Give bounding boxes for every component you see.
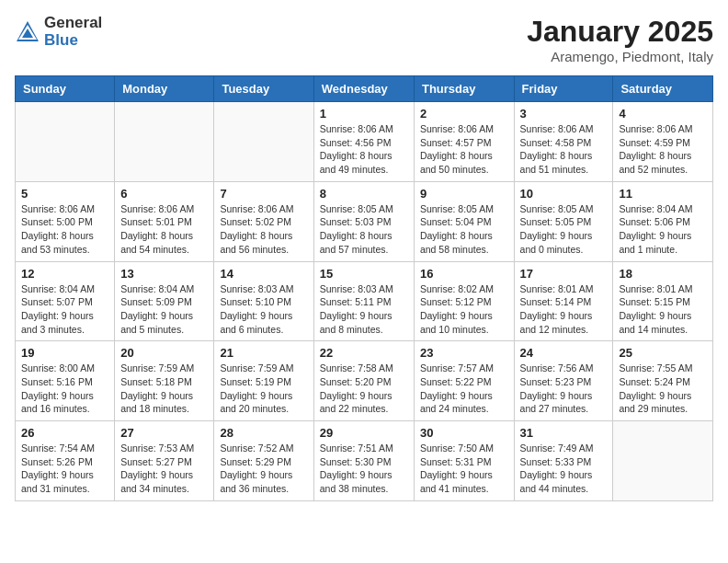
day-info: Sunrise: 8:03 AM Sunset: 5:11 PM Dayligh… [320, 282, 408, 337]
calendar-cell: 22Sunrise: 7:58 AM Sunset: 5:20 PM Dayli… [313, 341, 414, 421]
day-info: Sunrise: 7:59 AM Sunset: 5:19 PM Dayligh… [220, 362, 307, 416]
calendar-cell: 11Sunrise: 8:04 AM Sunset: 5:06 PM Dayli… [613, 181, 713, 261]
weekday-header-tuesday: Tuesday [214, 76, 313, 102]
day-number: 18 [619, 267, 707, 281]
day-number: 22 [320, 346, 408, 360]
calendar-week-row: 26Sunrise: 7:54 AM Sunset: 5:26 PM Dayli… [16, 421, 713, 501]
day-number: 8 [320, 187, 408, 201]
day-number: 17 [520, 267, 608, 281]
calendar-cell: 28Sunrise: 7:52 AM Sunset: 5:29 PM Dayli… [214, 421, 313, 501]
logo-icon [15, 19, 40, 45]
day-info: Sunrise: 8:06 AM Sunset: 5:02 PM Dayligh… [220, 202, 307, 257]
day-info: Sunrise: 7:51 AM Sunset: 5:30 PM Dayligh… [320, 442, 408, 496]
calendar-cell: 30Sunrise: 7:50 AM Sunset: 5:31 PM Dayli… [414, 421, 514, 501]
day-number: 21 [220, 346, 307, 360]
weekday-header-thursday: Thursday [414, 76, 514, 102]
day-info: Sunrise: 8:00 AM Sunset: 5:16 PM Dayligh… [21, 362, 108, 416]
calendar-cell: 19Sunrise: 8:00 AM Sunset: 5:16 PM Dayli… [16, 341, 115, 421]
day-number: 20 [120, 346, 208, 360]
weekday-header-sunday: Sunday [16, 76, 115, 102]
day-info: Sunrise: 7:50 AM Sunset: 5:31 PM Dayligh… [420, 442, 508, 496]
day-info: Sunrise: 7:59 AM Sunset: 5:18 PM Dayligh… [120, 362, 208, 416]
day-info: Sunrise: 7:58 AM Sunset: 5:20 PM Dayligh… [320, 362, 408, 416]
weekday-header-row: SundayMondayTuesdayWednesdayThursdayFrid… [16, 76, 713, 102]
calendar-week-row: 19Sunrise: 8:00 AM Sunset: 5:16 PM Dayli… [16, 341, 713, 421]
calendar-cell: 27Sunrise: 7:53 AM Sunset: 5:27 PM Dayli… [115, 421, 214, 501]
day-number: 13 [120, 267, 208, 281]
day-info: Sunrise: 7:53 AM Sunset: 5:27 PM Dayligh… [120, 442, 208, 496]
calendar-cell: 24Sunrise: 7:56 AM Sunset: 5:23 PM Dayli… [514, 341, 613, 421]
calendar-cell: 6Sunrise: 8:06 AM Sunset: 5:01 PM Daylig… [115, 181, 214, 261]
calendar-cell: 20Sunrise: 7:59 AM Sunset: 5:18 PM Dayli… [115, 341, 214, 421]
weekday-header-saturday: Saturday [613, 76, 713, 102]
day-number: 9 [420, 187, 508, 201]
day-number: 4 [619, 107, 707, 121]
calendar-cell: 13Sunrise: 8:04 AM Sunset: 5:09 PM Dayli… [115, 261, 214, 341]
day-number: 27 [120, 426, 208, 440]
page-header: General Blue January 2025 Aramengo, Pied… [15, 15, 713, 64]
day-number: 25 [619, 346, 707, 360]
calendar-cell: 14Sunrise: 8:03 AM Sunset: 5:10 PM Dayli… [214, 261, 313, 341]
calendar-cell [115, 102, 214, 182]
calendar-cell: 31Sunrise: 7:49 AM Sunset: 5:33 PM Dayli… [514, 421, 613, 501]
logo-general: General [44, 14, 102, 31]
weekday-header-wednesday: Wednesday [313, 76, 414, 102]
day-number: 16 [420, 267, 508, 281]
day-number: 11 [619, 187, 707, 201]
day-number: 1 [320, 107, 408, 121]
calendar-cell: 26Sunrise: 7:54 AM Sunset: 5:26 PM Dayli… [16, 421, 115, 501]
day-number: 19 [21, 346, 108, 360]
calendar-cell [16, 102, 115, 182]
day-number: 2 [420, 107, 508, 121]
day-info: Sunrise: 7:54 AM Sunset: 5:26 PM Dayligh… [21, 442, 108, 496]
day-info: Sunrise: 8:05 AM Sunset: 5:05 PM Dayligh… [520, 202, 608, 257]
day-info: Sunrise: 8:06 AM Sunset: 4:59 PM Dayligh… [619, 122, 707, 177]
calendar-cell: 21Sunrise: 7:59 AM Sunset: 5:19 PM Dayli… [214, 341, 313, 421]
logo: General Blue [15, 15, 102, 49]
calendar-week-row: 12Sunrise: 8:04 AM Sunset: 5:07 PM Dayli… [16, 261, 713, 341]
calendar-cell: 4Sunrise: 8:06 AM Sunset: 4:59 PM Daylig… [613, 102, 713, 182]
calendar-cell: 9Sunrise: 8:05 AM Sunset: 5:04 PM Daylig… [414, 181, 514, 261]
calendar-cell: 2Sunrise: 8:06 AM Sunset: 4:57 PM Daylig… [414, 102, 514, 182]
calendar-subtitle: Aramengo, Piedmont, Italy [527, 49, 713, 64]
calendar-cell: 5Sunrise: 8:06 AM Sunset: 5:00 PM Daylig… [16, 181, 115, 261]
day-info: Sunrise: 8:04 AM Sunset: 5:07 PM Dayligh… [21, 282, 108, 337]
day-number: 6 [120, 187, 208, 201]
day-number: 26 [21, 426, 108, 440]
calendar-cell: 23Sunrise: 7:57 AM Sunset: 5:22 PM Dayli… [414, 341, 514, 421]
day-info: Sunrise: 8:01 AM Sunset: 5:14 PM Dayligh… [520, 282, 608, 337]
day-info: Sunrise: 8:05 AM Sunset: 5:03 PM Dayligh… [320, 202, 408, 257]
day-number: 5 [21, 187, 108, 201]
weekday-header-friday: Friday [514, 76, 613, 102]
calendar-title: January 2025 [527, 15, 713, 49]
calendar-cell: 7Sunrise: 8:06 AM Sunset: 5:02 PM Daylig… [214, 181, 313, 261]
logo-blue: Blue [44, 31, 78, 49]
day-number: 31 [520, 426, 608, 440]
day-info: Sunrise: 8:01 AM Sunset: 5:15 PM Dayligh… [619, 282, 707, 337]
day-number: 14 [220, 267, 307, 281]
day-number: 7 [220, 187, 307, 201]
calendar-cell: 12Sunrise: 8:04 AM Sunset: 5:07 PM Dayli… [16, 261, 115, 341]
day-number: 24 [520, 346, 608, 360]
day-info: Sunrise: 8:06 AM Sunset: 4:58 PM Dayligh… [520, 122, 608, 177]
day-info: Sunrise: 8:05 AM Sunset: 5:04 PM Dayligh… [420, 202, 508, 257]
day-number: 12 [21, 267, 108, 281]
day-info: Sunrise: 7:56 AM Sunset: 5:23 PM Dayligh… [520, 362, 608, 416]
day-info: Sunrise: 8:06 AM Sunset: 4:56 PM Dayligh… [320, 122, 408, 177]
day-info: Sunrise: 8:03 AM Sunset: 5:10 PM Dayligh… [220, 282, 307, 337]
calendar-cell [613, 421, 713, 501]
calendar-cell: 17Sunrise: 8:01 AM Sunset: 5:14 PM Dayli… [514, 261, 613, 341]
calendar-cell: 25Sunrise: 7:55 AM Sunset: 5:24 PM Dayli… [613, 341, 713, 421]
day-number: 3 [520, 107, 608, 121]
calendar-cell: 1Sunrise: 8:06 AM Sunset: 4:56 PM Daylig… [313, 102, 414, 182]
day-info: Sunrise: 8:06 AM Sunset: 5:01 PM Dayligh… [120, 202, 208, 257]
calendar-cell: 16Sunrise: 8:02 AM Sunset: 5:12 PM Dayli… [414, 261, 514, 341]
calendar-cell: 10Sunrise: 8:05 AM Sunset: 5:05 PM Dayli… [514, 181, 613, 261]
day-info: Sunrise: 8:06 AM Sunset: 4:57 PM Dayligh… [420, 122, 508, 177]
day-info: Sunrise: 8:02 AM Sunset: 5:12 PM Dayligh… [420, 282, 508, 337]
calendar-cell: 29Sunrise: 7:51 AM Sunset: 5:30 PM Dayli… [313, 421, 414, 501]
title-area: January 2025 Aramengo, Piedmont, Italy [527, 15, 713, 64]
calendar-cell: 3Sunrise: 8:06 AM Sunset: 4:58 PM Daylig… [514, 102, 613, 182]
day-info: Sunrise: 7:55 AM Sunset: 5:24 PM Dayligh… [619, 362, 707, 416]
calendar-cell [214, 102, 313, 182]
